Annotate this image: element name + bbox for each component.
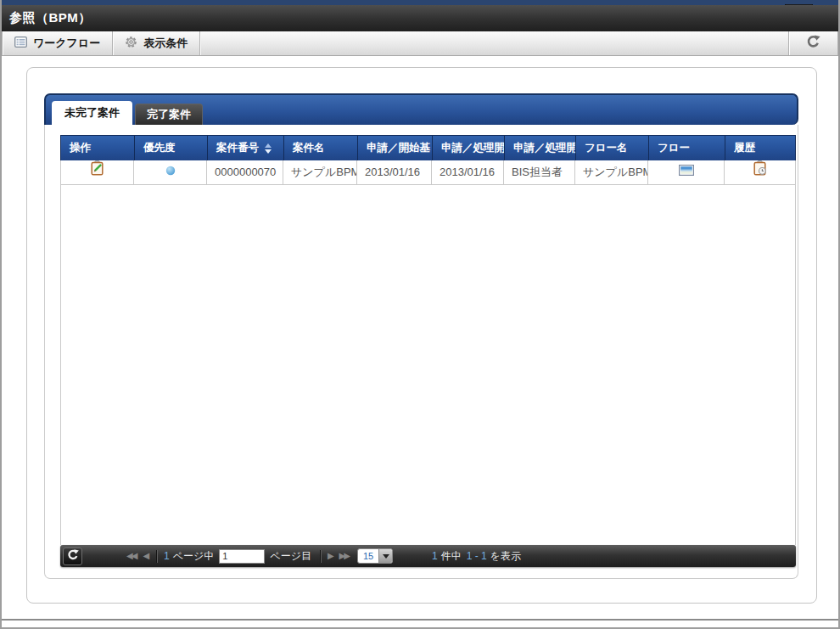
column-header-priority[interactable]: 優先度 bbox=[134, 135, 207, 160]
column-header-flow-name[interactable]: フロー名 bbox=[575, 135, 648, 160]
column-header-request-process-date[interactable]: 申請／処理開 bbox=[432, 135, 504, 160]
next-page-icon[interactable]: ▶ bbox=[328, 552, 333, 560]
case-list: 操作 優先度 案件番号 案件名 申請／開始基 申請／処理開 申請／処理開 フロー… bbox=[60, 135, 796, 567]
priority-cell bbox=[134, 160, 207, 185]
display-condition-button[interactable]: 表示条件 bbox=[113, 31, 199, 55]
record-range-suffix-label: を表示 bbox=[490, 549, 521, 564]
window-bottom-edge bbox=[2, 619, 838, 621]
tab-completed-cases[interactable]: 完了案件 bbox=[135, 104, 203, 125]
flow-cell bbox=[648, 160, 725, 185]
case-name-cell: サンプルBPM bbox=[283, 160, 357, 185]
column-header-history[interactable]: 履歴 bbox=[725, 135, 796, 160]
column-header-request-processor[interactable]: 申請／処理開 bbox=[504, 135, 575, 160]
dropdown-button[interactable] bbox=[378, 548, 392, 564]
record-total-label: 件中 bbox=[441, 549, 462, 564]
table-header-row: 操作 優先度 案件番号 案件名 申請／開始基 申請／処理開 申請／処理開 フロー… bbox=[60, 135, 796, 160]
request-start-date-cell: 2013/01/16 bbox=[357, 160, 432, 185]
operation-cell bbox=[60, 160, 134, 185]
workflow-button[interactable]: ワークフロー bbox=[3, 31, 112, 55]
history-cell bbox=[725, 160, 796, 185]
column-header-operation[interactable]: 操作 bbox=[60, 135, 134, 160]
flow-image-icon[interactable] bbox=[679, 160, 694, 184]
toolbar: ワークフロー 表示条件 bbox=[2, 31, 838, 56]
display-condition-button-label: 表示条件 bbox=[143, 36, 188, 51]
total-pages-value: 1 bbox=[164, 550, 170, 562]
tab-strip: 未完了案件 完了案件 bbox=[44, 93, 798, 125]
toolbar-spacer bbox=[200, 31, 788, 55]
case-number-cell: 0000000070 bbox=[207, 160, 283, 185]
request-process-date-cell: 2013/01/16 bbox=[432, 160, 504, 185]
page-suffix-label: ページ目 bbox=[270, 549, 311, 564]
clipboard-clock-icon[interactable] bbox=[753, 160, 767, 184]
page-size-select[interactable]: 15 bbox=[357, 548, 393, 564]
flow-name-cell: サンプルBPM bbox=[575, 160, 648, 185]
priority-dot-icon bbox=[165, 160, 176, 184]
pagination-bar: ◀◀ ◀ 1 ページ中 ページ目 ▶ ▶▶ bbox=[60, 545, 796, 567]
tab-content: 操作 優先度 案件番号 案件名 申請／開始基 申請／処理開 申請／処理開 フロー… bbox=[44, 125, 798, 579]
record-range-value: 1 - 1 bbox=[467, 550, 487, 562]
gear-icon bbox=[125, 36, 137, 51]
previous-page-icon[interactable]: ◀ bbox=[143, 552, 148, 560]
table-row: 0000000070 サンプルBPM 2013/01/16 2013/01/16… bbox=[60, 160, 796, 185]
workflow-button-label: ワークフロー bbox=[33, 36, 100, 51]
clipboard-edit-icon[interactable] bbox=[90, 160, 104, 184]
sort-desc-icon bbox=[265, 149, 272, 154]
title-bar: 参照（BPM） bbox=[2, 5, 838, 31]
pagination-divider bbox=[320, 550, 321, 563]
table-empty-area bbox=[60, 185, 796, 545]
record-total-value: 1 bbox=[432, 550, 438, 562]
first-page-icon[interactable]: ◀◀ bbox=[126, 552, 136, 560]
refresh-icon bbox=[806, 35, 820, 53]
refresh-icon bbox=[67, 549, 79, 564]
page-size-value: 15 bbox=[358, 551, 378, 561]
chevron-down-icon bbox=[383, 554, 389, 559]
request-processor-cell: BIS担当者 bbox=[504, 160, 575, 185]
last-page-icon[interactable]: ▶▶ bbox=[339, 552, 349, 560]
toolbar-separator bbox=[837, 31, 838, 55]
pages-label: ページ中 bbox=[173, 549, 215, 564]
pagination-refresh-button[interactable] bbox=[63, 548, 82, 565]
column-header-request-start-date[interactable]: 申請／開始基 bbox=[357, 135, 432, 160]
list-icon bbox=[14, 37, 27, 50]
page-title: 参照（BPM） bbox=[9, 10, 92, 26]
column-header-case-number[interactable]: 案件番号 bbox=[207, 135, 283, 160]
sort-asc-icon bbox=[265, 143, 272, 148]
current-page-input[interactable] bbox=[219, 549, 265, 564]
column-header-case-name[interactable]: 案件名 bbox=[283, 135, 357, 160]
column-header-flow[interactable]: フロー bbox=[648, 135, 725, 160]
reload-button[interactable] bbox=[789, 31, 837, 55]
tab-incomplete-cases[interactable]: 未完了案件 bbox=[52, 101, 132, 125]
sort-arrows-icon[interactable] bbox=[265, 143, 272, 154]
app-window: 参照（BPM） ワークフロー bbox=[0, 0, 840, 629]
pagination-divider bbox=[156, 550, 157, 563]
